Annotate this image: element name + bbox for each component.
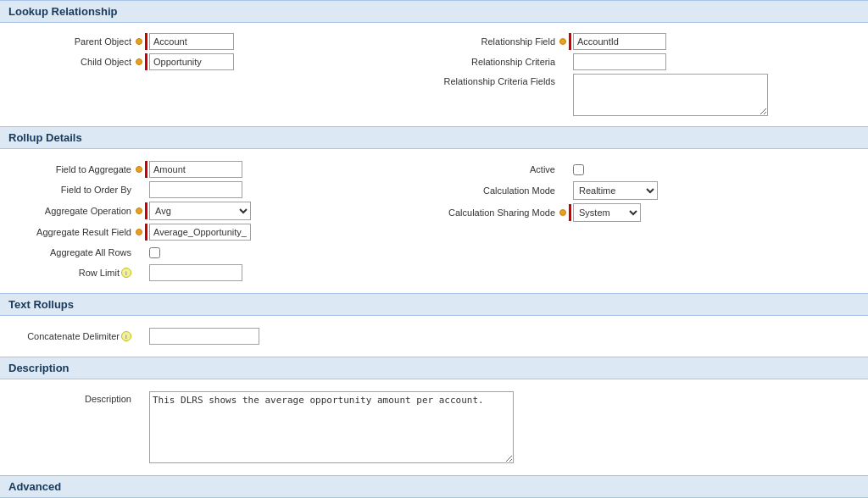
- parent-object-group: Parent Object: [0, 33, 424, 50]
- text-rollups-section-header: Text Rollups: [0, 293, 868, 316]
- row-limit-info-icon[interactable]: i: [121, 268, 131, 278]
- relationship-field-input[interactable]: [573, 33, 666, 50]
- field-to-order-by-input[interactable]: [149, 181, 242, 198]
- parent-object-label: Parent Object: [0, 36, 136, 47]
- lookup-relationship-section: Lookup Relationship Parent Object Child …: [0, 0, 868, 126]
- description-section-header: Description: [0, 357, 868, 379]
- relationship-criteria-label: Relationship Criteria: [424, 57, 559, 67]
- active-label: Active: [424, 164, 559, 174]
- aggregate-result-field-bar: [145, 224, 147, 241]
- lookup-section-header: Lookup Relationship: [0, 0, 868, 23]
- active-group: Active: [424, 161, 868, 178]
- calculation-sharing-mode-dot: [559, 209, 566, 216]
- relationship-criteria-fields-textarea[interactable]: [573, 74, 768, 116]
- rollup-left: Field to Aggregate Field to Order By: [0, 158, 424, 285]
- relationship-criteria-fields-group: Relationship Criteria Fields: [424, 74, 868, 116]
- aggregate-all-rows-group: Aggregate All Rows: [0, 244, 424, 261]
- relationship-field-group: Relationship Field: [424, 33, 868, 50]
- relationship-criteria-input[interactable]: [573, 53, 666, 70]
- aggregate-operation-group: Aggregate Operation Avg Count Max Min Su…: [0, 202, 424, 220]
- aggregate-operation-label: Aggregate Operation: [0, 206, 136, 216]
- relationship-field-red-bar: [569, 33, 571, 50]
- text-rollups-section-content: Concatenate Delimiter i: [0, 316, 868, 357]
- calculation-sharing-mode-group: Calculation Sharing Mode System User: [424, 203, 868, 222]
- aggregate-all-rows-checkbox[interactable]: [149, 247, 160, 258]
- description-section-title: Description: [8, 362, 70, 374]
- concatenate-delimiter-input[interactable]: [149, 328, 259, 345]
- rollup-section-header: Rollup Details: [0, 126, 868, 149]
- parent-object-required-dot: [136, 38, 142, 45]
- concatenate-delimiter-group: Concatenate Delimiter i: [0, 328, 868, 345]
- child-object-required-dot: [136, 58, 142, 65]
- description-group: Description This DLRS shows the average …: [0, 391, 868, 463]
- calculation-sharing-mode-label: Calculation Sharing Mode: [424, 208, 559, 218]
- aggregate-result-field-group: Aggregate Result Field: [0, 224, 424, 241]
- calculation-sharing-mode-select[interactable]: System User: [573, 203, 641, 222]
- child-object-label: Child Object: [0, 57, 136, 67]
- calculation-mode-group: Calculation Mode Realtime Scheduled: [424, 181, 868, 200]
- advanced-section-title: Advanced: [8, 480, 61, 493]
- rollup-section-content: Field to Aggregate Field to Order By: [0, 149, 868, 293]
- lookup-section-title: Lookup Relationship: [8, 5, 118, 18]
- description-section-content: Description This DLRS shows the average …: [0, 379, 868, 475]
- description-textarea[interactable]: This DLRS shows the average opportunity …: [149, 391, 514, 463]
- rollup-right: Active Calculation Mode Realtime Sched: [424, 158, 868, 285]
- field-to-order-by-label: Field to Order By: [0, 185, 136, 195]
- calculation-mode-select[interactable]: Realtime Scheduled: [573, 181, 658, 200]
- relationship-field-label: Relationship Field: [424, 36, 559, 47]
- field-to-order-by-group: Field to Order By: [0, 181, 424, 198]
- lookup-right: Relationship Field Relationship Criteria: [424, 30, 868, 119]
- aggregate-operation-bar: [145, 202, 147, 219]
- field-to-aggregate-input[interactable]: [149, 161, 242, 178]
- rollup-row: Field to Aggregate Field to Order By: [0, 158, 868, 285]
- row-limit-input[interactable]: [149, 264, 242, 281]
- lookup-row: Parent Object Child Object: [0, 30, 868, 119]
- field-to-aggregate-bar: [145, 161, 147, 178]
- concatenate-delimiter-label: Concatenate Delimiter i: [0, 331, 136, 341]
- field-to-aggregate-dot: [136, 166, 142, 173]
- text-rollups-section-title: Text Rollups: [8, 298, 74, 311]
- aggregate-all-rows-label: Aggregate All Rows: [0, 247, 136, 257]
- field-to-aggregate-group: Field to Aggregate: [0, 161, 424, 178]
- lookup-left: Parent Object Child Object: [0, 30, 424, 119]
- aggregate-operation-select[interactable]: Avg Count Max Min Sum: [149, 202, 251, 220]
- advanced-section: Advanced Test Code i: [0, 475, 868, 498]
- aggregate-result-field-dot: [136, 229, 142, 235]
- description-label: Description: [0, 391, 136, 404]
- concatenate-delimiter-info-icon[interactable]: i: [121, 331, 131, 341]
- relationship-criteria-fields-label: Relationship Criteria Fields: [424, 74, 559, 86]
- row-limit-group: Row Limit i: [0, 264, 424, 281]
- advanced-section-header: Advanced: [0, 475, 868, 498]
- child-object-input[interactable]: [149, 53, 234, 70]
- parent-object-red-bar: [145, 33, 147, 50]
- calculation-sharing-mode-bar: [569, 204, 571, 221]
- rollup-details-section: Rollup Details Field to Aggregate Field …: [0, 126, 868, 293]
- field-to-aggregate-label: Field to Aggregate: [0, 164, 136, 174]
- aggregate-operation-dot: [136, 208, 142, 214]
- text-rollups-section: Text Rollups Concatenate Delimiter i: [0, 293, 868, 357]
- aggregate-result-field-label: Aggregate Result Field: [0, 227, 136, 237]
- parent-object-input[interactable]: [149, 33, 234, 50]
- relationship-field-required-dot: [559, 38, 566, 45]
- active-checkbox[interactable]: [573, 164, 584, 175]
- lookup-section-content: Parent Object Child Object: [0, 23, 868, 126]
- row-limit-label: Row Limit i: [0, 268, 136, 278]
- child-object-group: Child Object: [0, 53, 424, 70]
- rollup-section-title: Rollup Details: [8, 131, 82, 144]
- description-section: Description Description This DLRS shows …: [0, 357, 868, 475]
- child-object-red-bar: [145, 53, 147, 70]
- aggregate-result-field-input[interactable]: [149, 224, 251, 241]
- relationship-criteria-group: Relationship Criteria: [424, 53, 868, 70]
- calculation-mode-label: Calculation Mode: [424, 185, 559, 196]
